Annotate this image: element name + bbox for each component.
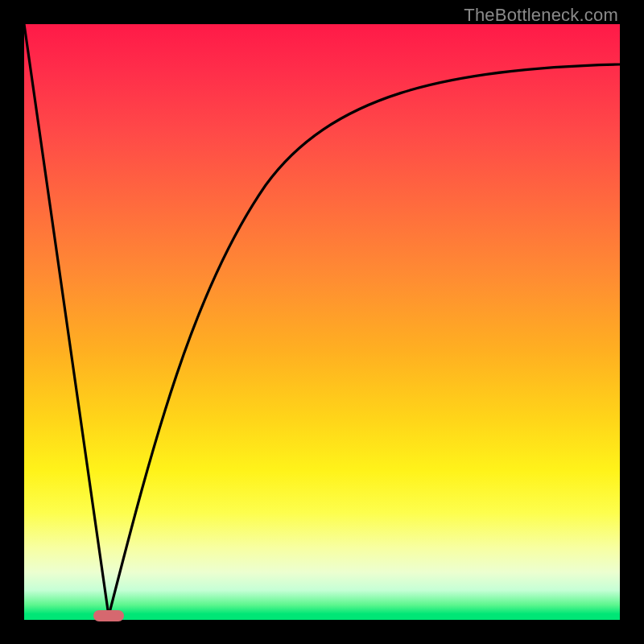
minimum-marker: [93, 610, 124, 621]
chart-frame: TheBottleneck.com: [0, 0, 644, 644]
watermark-text: TheBottleneck.com: [464, 5, 618, 26]
curve-left-branch: [24, 24, 109, 616]
curve-right-branch: [109, 64, 620, 616]
plot-area: [24, 24, 620, 620]
curves-svg: [24, 24, 620, 620]
